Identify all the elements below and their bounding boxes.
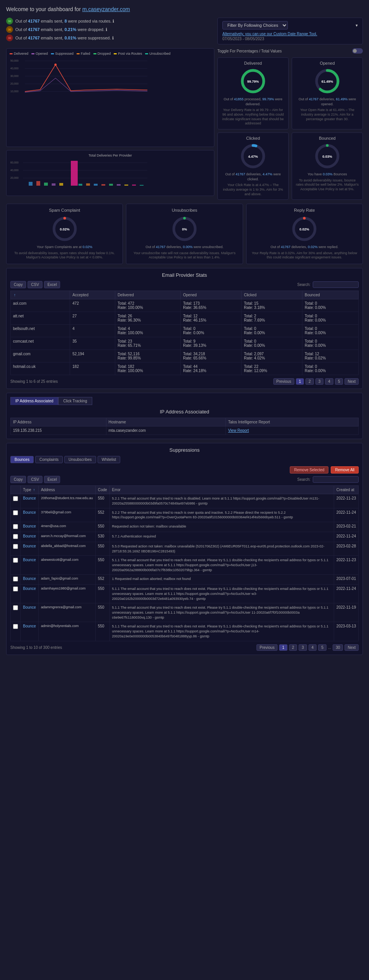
- next-button[interactable]: Next: [345, 378, 359, 385]
- row-checkbox[interactable]: [11, 556, 21, 575]
- bounce-created: 2022-11-24: [334, 585, 358, 603]
- sup-tab-complaints[interactable]: Complaints: [35, 456, 63, 463]
- row-checkbox[interactable]: [11, 603, 21, 622]
- sup-tab-whitelist[interactable]: Whitelist: [98, 456, 121, 463]
- custom-date-link[interactable]: Alternatively, you can use our Custom Da…: [222, 32, 358, 36]
- view-report-link[interactable]: View Report: [228, 428, 249, 433]
- csv-button[interactable]: CSV: [28, 281, 42, 288]
- bounce-created: 2023-02-21: [334, 522, 358, 532]
- sup-page-4[interactable]: 4: [309, 644, 317, 651]
- bounce-address: 4men@usa.com: [38, 522, 95, 532]
- sup-page-1[interactable]: 1: [279, 644, 287, 651]
- delivered-val: Total: 23 Rate: 65.71%: [115, 337, 181, 350]
- sup-page-5[interactable]: 5: [318, 644, 327, 651]
- page-4-button[interactable]: 4: [325, 378, 333, 385]
- bounce-error: 5.1.1 The email account that you tried t…: [109, 556, 334, 575]
- col-sort[interactable]: ↑: [11, 291, 70, 299]
- bounce-address: 379beli@gmail.com: [38, 508, 95, 522]
- clicked-donut: 4.47%: [240, 143, 266, 170]
- page-5-button[interactable]: 5: [335, 378, 343, 385]
- welcome-title: Welcome to your dashboard for m.caseyzan…: [6, 6, 363, 12]
- sup-copy-button[interactable]: Copy: [10, 476, 26, 483]
- sup-prev-button[interactable]: Previous: [256, 644, 278, 651]
- svg-text:99.79%: 99.79%: [247, 80, 259, 83]
- svg-text:0.02%: 0.02%: [60, 227, 70, 231]
- search-area: Search:: [297, 281, 359, 288]
- metric-clicked: Clicked 4.47% Out of 41767 deliveries, 4…: [217, 132, 289, 200]
- row-checkbox[interactable]: [11, 622, 21, 641]
- domain-link[interactable]: m.caseyzander.com: [82, 6, 130, 12]
- sup-page-nums: Previous 1 2 3 4 5 ... 30 Next: [256, 644, 359, 651]
- col-bounced[interactable]: Bounced: [302, 291, 359, 299]
- col-opened[interactable]: Opened: [181, 291, 242, 299]
- bounce-created: 2022-11-23: [334, 556, 358, 575]
- ip-tab-address[interactable]: IP Address Associated: [10, 397, 58, 405]
- excel-button[interactable]: Excel: [44, 281, 60, 288]
- table-row: Bounce 4men@usa.com 550 Requested action…: [11, 522, 359, 532]
- provider-name: comcast.net: [11, 337, 70, 350]
- svg-rect-19: [36, 181, 40, 186]
- sup-excel-button[interactable]: Excel: [44, 476, 60, 483]
- row-checkbox[interactable]: [11, 508, 21, 522]
- svg-rect-24: [86, 183, 90, 186]
- opened-val: Total: 0 Rate: 0.00%: [181, 325, 242, 337]
- sup-table: Type ↑ Address Code Error Created at Bou…: [10, 485, 359, 641]
- filter-select[interactable]: Filter By Following Choices: [222, 21, 288, 29]
- col-clicked[interactable]: Clicked: [242, 291, 302, 299]
- row-checkbox[interactable]: [11, 532, 21, 542]
- col-code[interactable]: Code: [95, 486, 109, 494]
- col-talos[interactable]: Talos Intelligence Report: [225, 418, 358, 426]
- sup-search-area: Search:: [297, 476, 359, 483]
- bounce-type: Bounce: [21, 556, 39, 575]
- row-checkbox[interactable]: [11, 522, 21, 532]
- col-address[interactable]: Address: [38, 486, 95, 494]
- col-hostname[interactable]: Hostname: [106, 418, 225, 426]
- sup-page-2[interactable]: 2: [289, 644, 297, 651]
- ip-tab-tracking[interactable]: Click Tracking: [58, 397, 92, 405]
- ip-address: 159.135.238.215: [11, 426, 106, 435]
- copy-button[interactable]: Copy: [10, 281, 26, 288]
- row-checkbox[interactable]: [11, 575, 21, 585]
- sup-tab-bounces[interactable]: Bounces: [10, 456, 34, 463]
- percentage-toggle[interactable]: [352, 48, 363, 54]
- clicked-val: Total: 2 Rate: 7.69%: [242, 312, 302, 325]
- row-checkbox[interactable]: [11, 542, 21, 555]
- bounce-type: Bounce: [21, 494, 39, 508]
- col-created[interactable]: Created at: [334, 486, 358, 494]
- table-row: Bounce adamhayes1980@gmail.com 550 5.1.1…: [11, 585, 359, 603]
- bounce-code: 550: [95, 494, 109, 508]
- unsub-donut: 0%: [171, 216, 198, 242]
- row-checkbox[interactable]: [11, 585, 21, 603]
- sup-csv-button[interactable]: CSV: [28, 476, 42, 483]
- col-delivered[interactable]: Delivered: [115, 291, 181, 299]
- page-2-button[interactable]: 2: [305, 378, 314, 385]
- col-type[interactable]: Type ↑: [21, 486, 39, 494]
- bounced-val: Total: 0 Rate: 0.00%: [302, 337, 359, 350]
- suppressions-title: Suppressions: [10, 447, 359, 453]
- prev-button[interactable]: Previous: [273, 378, 294, 385]
- sup-search-input[interactable]: [313, 476, 359, 483]
- accepted-val: 27: [70, 312, 115, 325]
- sup-tab-unsubscribes[interactable]: Unsubscribes: [64, 456, 96, 463]
- provider-search-input[interactable]: [313, 281, 359, 288]
- remove-all-button[interactable]: Remove All: [331, 466, 359, 474]
- bounced-val: Total: 0 Rate: 0.00%: [302, 363, 359, 375]
- col-error[interactable]: Error: [109, 486, 334, 494]
- ip-section: IP Address Associated Click Tracking IP …: [6, 393, 363, 439]
- sup-page-3[interactable]: 3: [299, 644, 307, 651]
- remove-selected-button[interactable]: Remove Selected: [290, 466, 328, 474]
- opened-donut: 61.49%: [314, 68, 341, 95]
- provider-name: bellsouth.net: [11, 325, 70, 337]
- page-1-button[interactable]: 1: [296, 378, 304, 385]
- table-row: bellsouth.net 4 Total: 4 Rate: 100.00% T…: [11, 325, 359, 337]
- date-range: 07/05/2023 - 08/05/2023: [222, 37, 358, 41]
- sup-page-30[interactable]: 30: [333, 644, 343, 651]
- bar-chart: Total Deliveries Per Provider 60,000 40,…: [6, 150, 214, 196]
- ip-title: IP Address Associated: [10, 409, 359, 415]
- page-3-button[interactable]: 3: [315, 378, 324, 385]
- col-accepted[interactable]: Accepted: [70, 291, 115, 299]
- col-ip[interactable]: IP Address: [11, 418, 106, 426]
- row-checkbox[interactable]: [11, 494, 21, 508]
- bounced-val: Total: 0 Rate: 0.00%: [302, 325, 359, 337]
- sup-next-button[interactable]: Next: [345, 644, 359, 651]
